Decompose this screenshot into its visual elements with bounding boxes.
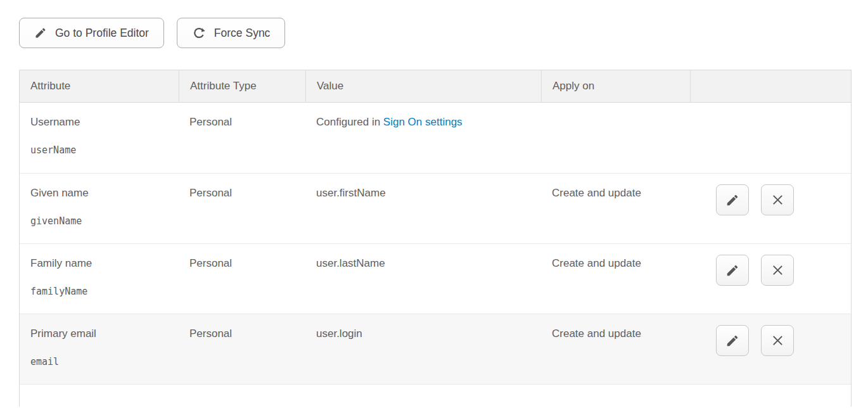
- delete-attribute-button[interactable]: [761, 255, 794, 286]
- apply-on-value: Create and update: [541, 244, 690, 314]
- attribute-type: Personal: [179, 314, 305, 384]
- edit-attribute-button[interactable]: [716, 325, 749, 356]
- pencil-icon: [34, 27, 47, 39]
- table-row: Given name givenName Personal user.first…: [20, 173, 851, 243]
- close-x-icon: [771, 193, 784, 207]
- attribute-value: user.lastName: [305, 244, 541, 314]
- attribute-type: Personal: [179, 244, 305, 314]
- delete-attribute-button[interactable]: [761, 184, 794, 215]
- attribute-variable: givenName: [30, 215, 172, 227]
- header-actions: [690, 70, 851, 102]
- row-actions: [690, 103, 851, 173]
- pencil-icon: [725, 334, 739, 348]
- refresh-icon: [192, 26, 206, 40]
- table-row: Family name familyName Personal user.las…: [20, 243, 851, 314]
- attribute-value: user.firstName: [305, 174, 541, 243]
- table-header-row: Attribute Attribute Type Value Apply on: [20, 70, 851, 103]
- attribute-type: Personal: [179, 103, 305, 173]
- apply-on-value: [541, 103, 690, 173]
- attribute-value: user.login: [305, 314, 541, 384]
- table-row: Username userName Personal Configured in…: [20, 103, 851, 173]
- row-actions: [690, 314, 851, 384]
- pencil-icon: [725, 193, 739, 207]
- header-attribute-type: Attribute Type: [179, 70, 305, 102]
- apply-on-value: Create and update: [541, 314, 690, 384]
- close-x-icon: [771, 264, 784, 277]
- sign-on-settings-link[interactable]: Sign On settings: [383, 116, 463, 128]
- close-x-icon: [771, 334, 784, 347]
- row-actions: [690, 244, 851, 314]
- header-apply-on: Apply on: [541, 70, 690, 102]
- edit-attribute-button[interactable]: [716, 255, 749, 286]
- toolbar: Go to Profile Editor Force Sync: [19, 18, 868, 48]
- attribute-label: Username: [30, 116, 172, 129]
- force-sync-label: Force Sync: [214, 27, 271, 40]
- delete-attribute-button[interactable]: [761, 325, 794, 356]
- attribute-type: Personal: [179, 174, 305, 243]
- attribute-mapping-table: Attribute Attribute Type Value Apply on …: [19, 70, 852, 407]
- edit-attribute-button[interactable]: [716, 184, 749, 215]
- attribute-value: Configured in Sign On settings: [305, 103, 541, 173]
- attribute-label: Family name: [30, 257, 172, 270]
- attribute-variable: familyName: [30, 286, 172, 297]
- attribute-label: Primary email: [30, 328, 172, 340]
- go-to-profile-editor-button[interactable]: Go to Profile Editor: [19, 18, 164, 48]
- header-value: Value: [305, 70, 541, 102]
- force-sync-button[interactable]: Force Sync: [177, 18, 286, 48]
- go-to-profile-editor-label: Go to Profile Editor: [55, 27, 149, 40]
- apply-on-value: Create and update: [541, 174, 690, 243]
- table-row-partial: [20, 384, 851, 407]
- table-row: Primary email email Personal user.login …: [20, 314, 851, 384]
- attribute-variable: userName: [30, 144, 172, 156]
- pencil-icon: [725, 264, 739, 277]
- attribute-label: Given name: [30, 187, 172, 200]
- attribute-variable: email: [30, 356, 172, 367]
- header-attribute: Attribute: [20, 70, 179, 102]
- row-actions: [690, 174, 851, 243]
- value-prefix-text: Configured in: [316, 116, 383, 128]
- attribute-mappings-page: Go to Profile Editor Force Sync Attribut…: [0, 0, 868, 407]
